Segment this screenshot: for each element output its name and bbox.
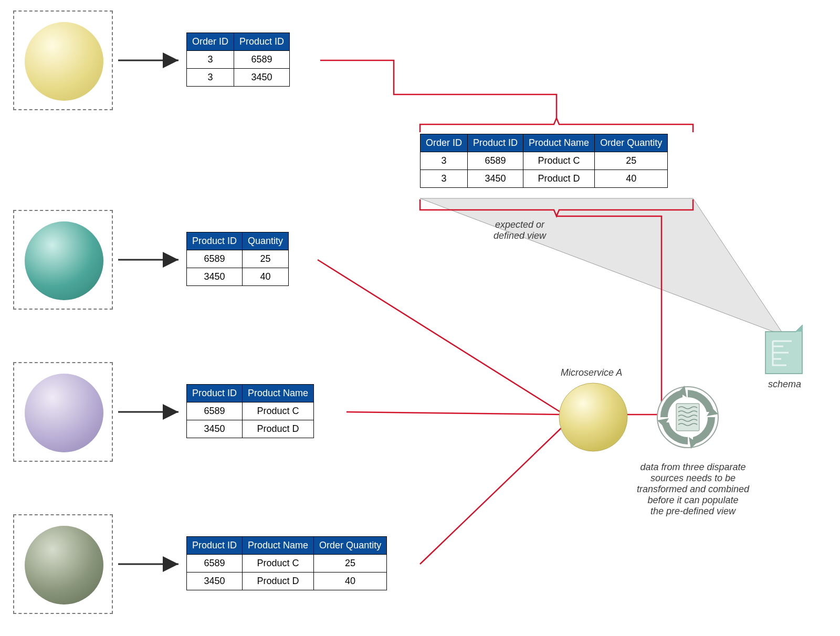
th: Order Quantity (595, 134, 668, 152)
svg-rect-15 (676, 404, 699, 431)
sphere-teal (25, 221, 103, 300)
source-box-2 (13, 210, 113, 310)
table-row: 3450 40 (187, 268, 289, 286)
svg-marker-4 (420, 198, 784, 336)
sphere-purple (25, 374, 103, 452)
th: Order ID (421, 134, 468, 152)
table-row: 6589 Product C (187, 402, 314, 420)
th: Product Name (243, 385, 314, 402)
table-row: 3 3450 (187, 69, 290, 87)
th: Product ID (468, 134, 523, 152)
th: Order ID (187, 33, 234, 51)
th: Product Name (523, 134, 595, 152)
svg-marker-12 (689, 437, 697, 449)
th: Order Quantity (314, 537, 387, 555)
source-box-3 (13, 362, 113, 462)
diagram-canvas: Order ID Product ID 3 6589 3 3450 Produc… (0, 0, 840, 636)
th: Product ID (187, 385, 243, 402)
source-box-1 (13, 10, 113, 110)
svg-line-5 (318, 260, 564, 415)
svg-point-10 (657, 387, 718, 448)
table-combined: Order ID Product ID Product Name Order Q… (420, 134, 668, 188)
svg-line-7 (420, 425, 564, 564)
th: Product ID (234, 33, 290, 51)
source-box-4 (13, 514, 113, 614)
label-combine-note: data from three disparate sources needs … (630, 462, 756, 517)
svg-marker-13 (657, 418, 669, 427)
label-schema: schema (768, 379, 801, 390)
table-row: 3 6589 Product C 25 (421, 152, 668, 170)
th: Quantity (243, 232, 289, 250)
connectors-svg (0, 0, 840, 636)
svg-point-9 (559, 383, 627, 451)
svg-marker-14 (678, 386, 687, 397)
table-quantity: Product ID Quantity 6589 25 3450 40 (186, 232, 289, 286)
th: Product ID (187, 232, 243, 250)
table-row: 3 3450 Product D 40 (421, 170, 668, 188)
table-row: 3450 Product D 40 (187, 573, 387, 590)
table-row: 3 6589 (187, 51, 290, 69)
label-microservice: Microservice A (561, 367, 622, 378)
table-product-order: Product ID Product Name Order Quantity 6… (186, 536, 387, 590)
th: Product ID (187, 537, 243, 555)
table-productname: Product ID Product Name 6589 Product C 3… (186, 384, 314, 438)
sphere-yellow (25, 22, 103, 101)
table-row: 3450 Product D (187, 420, 314, 438)
th: Product Name (243, 537, 314, 555)
table-row: 6589 25 (187, 250, 289, 268)
label-expected-view: expected or defined view (494, 219, 546, 241)
table-row: 6589 Product C 25 (187, 555, 387, 573)
sphere-olive (25, 526, 103, 605)
svg-marker-11 (707, 408, 718, 416)
table-orders: Order ID Product ID 3 6589 3 3450 (186, 33, 290, 87)
svg-line-6 (346, 412, 564, 415)
